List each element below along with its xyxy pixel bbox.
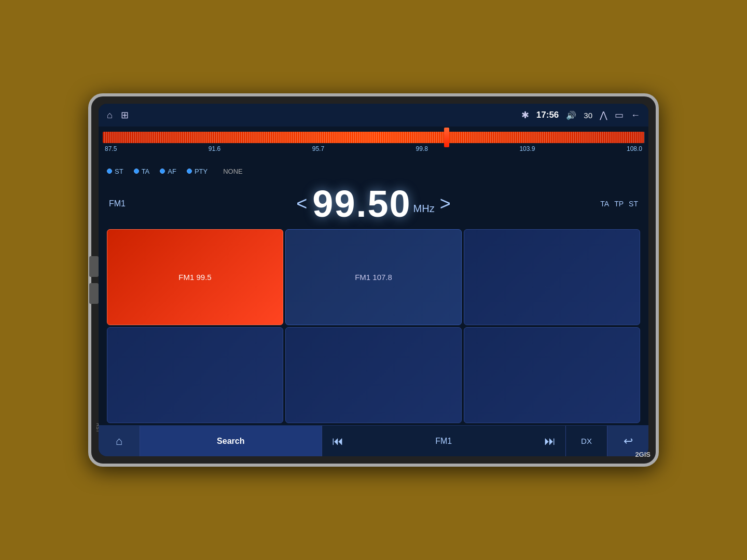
rds-st-dot (107, 169, 112, 174)
rds-pty-value: NONE (223, 167, 243, 175)
freq-cursor (444, 128, 449, 147)
preset-3[interactable] (464, 229, 640, 325)
screen: ⌂ ⊞ ✱ 17:56 🔊 30 ⋀ ▭ ← 87.5 91.6 95.7 (99, 104, 648, 456)
chevron-up-icon[interactable]: ⋀ (600, 109, 607, 121)
next-button[interactable]: ⏭ (534, 426, 565, 456)
rds-pty-label: PTY (195, 167, 208, 175)
presets-area: FM1 99.5 FM1 107.8 (99, 227, 648, 425)
next-icon: ⏭ (544, 435, 556, 448)
freq-tick-2: 91.6 (209, 145, 220, 152)
freq-nav-right[interactable]: > (440, 193, 451, 215)
dx-button[interactable]: DX (565, 426, 607, 456)
dx-label: DX (581, 437, 592, 445)
volume-icon: 🔊 (566, 110, 576, 120)
freq-tick-1: 87.5 (105, 145, 117, 152)
freq-tick-3: 95.7 (312, 145, 324, 152)
rds-af[interactable]: AF (160, 167, 176, 175)
frequency-value: 99.50 (312, 183, 411, 225)
preset-2[interactable]: FM1 107.8 (285, 229, 462, 325)
top-bar-left: ⌂ ⊞ (107, 109, 129, 121)
bottom-toolbar: ⌂ Search ⏮ FM1 ⏭ DX ↩ (99, 425, 648, 456)
home-button[interactable]: ⌂ (99, 426, 140, 456)
ta-indicator[interactable]: TA (600, 200, 609, 208)
screen-icon[interactable]: ▭ (615, 109, 624, 121)
search-button[interactable]: Search (140, 426, 322, 456)
preset-1[interactable]: FM1 99.5 (107, 229, 283, 325)
volume-number: 30 (584, 111, 592, 120)
band-label-left[interactable]: FM1 (109, 199, 126, 208)
watermark: 2GIS (635, 451, 651, 458)
home-button-icon: ⌂ (116, 435, 122, 448)
frequency-unit: MHz (413, 203, 435, 215)
search-button-label: Search (217, 437, 244, 446)
main-frequency-area: FM1 < 99.50 MHz > TA TP ST (99, 180, 648, 227)
rds-af-dot (160, 169, 165, 174)
back-icon[interactable]: ← (631, 110, 640, 121)
preset-4[interactable] (107, 327, 283, 423)
top-bar: ⌂ ⊞ ✱ 17:56 🔊 30 ⋀ ▭ ← (99, 104, 648, 127)
rds-ta-dot (134, 169, 139, 174)
rds-st[interactable]: ST (107, 167, 123, 175)
media-icon[interactable]: ⊞ (121, 109, 129, 121)
top-bar-right: ✱ 17:56 🔊 30 ⋀ ▭ ← (521, 109, 640, 121)
back-button-icon: ↩ (624, 435, 633, 448)
rds-pty[interactable]: PTY (187, 167, 208, 175)
side-button-2[interactable] (89, 283, 99, 304)
preset-5[interactable] (285, 327, 462, 423)
rds-ta[interactable]: TA (134, 167, 150, 175)
side-buttons (89, 256, 99, 304)
freq-tick-5: 103.9 (519, 145, 535, 152)
freq-nav-left[interactable]: < (296, 193, 307, 215)
st-indicator[interactable]: ST (629, 200, 638, 208)
frequency-bar[interactable]: 87.5 91.6 95.7 99.8 103.9 108.0 (99, 127, 648, 162)
side-button-1[interactable] (89, 256, 99, 277)
rds-row: ST TA AF PTY NONE (99, 162, 648, 180)
rds-af-label: AF (168, 167, 176, 175)
freq-tick-6: 108.0 (627, 145, 642, 152)
prev-icon: ⏮ (332, 435, 343, 448)
rds-ta-label: TA (142, 167, 150, 175)
rds-st-label: ST (115, 167, 123, 175)
home-icon[interactable]: ⌂ (107, 110, 113, 121)
device-frame: RST ⌂ ⊞ ✱ 17:56 🔊 30 ⋀ ▭ ← (88, 93, 659, 467)
freq-track (103, 132, 644, 143)
ta-tp-st-group: TA TP ST (600, 200, 638, 208)
bluetooth-icon: ✱ (521, 109, 529, 121)
freq-ticks: 87.5 91.6 95.7 99.8 103.9 108.0 (103, 145, 644, 152)
prev-button[interactable]: ⏮ (322, 426, 353, 456)
tp-indicator[interactable]: TP (614, 200, 624, 208)
band-label: FM1 (435, 437, 452, 446)
time-display: 17:56 (536, 110, 559, 120)
preset-6[interactable] (464, 327, 640, 423)
band-button[interactable]: FM1 (353, 426, 535, 456)
rds-pty-dot (187, 169, 192, 174)
freq-tick-4: 99.8 (416, 145, 428, 152)
